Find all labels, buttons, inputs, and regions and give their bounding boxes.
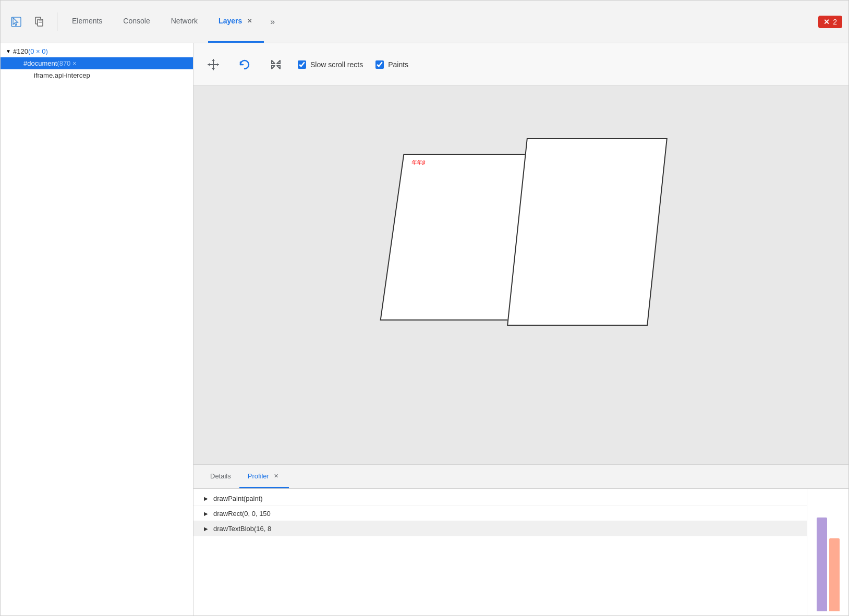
tree-item-iframe[interactable]: iframe.api-intercep	[1, 69, 193, 81]
error-badge[interactable]: ✕ 2	[818, 16, 842, 28]
bottom-panel: Details Profiler ✕ ▶ drawPaint(paint)	[193, 464, 848, 615]
tab-details[interactable]: Details	[202, 465, 239, 488]
tree-toggle-root[interactable]: ▼	[5, 48, 12, 55]
canvas-area[interactable]: 年年@	[193, 86, 848, 464]
slow-scroll-rects-label: Slow scroll rects	[310, 60, 363, 69]
tabs-container: Elements Console Network Layers ✕ »	[62, 1, 281, 43]
profiler-toggle-drawRect[interactable]: ▶	[202, 509, 210, 518]
devtools-window: Elements Console Network Layers ✕ » ✕ 2	[0, 0, 849, 616]
main-content: ▼ #120 (0 × 0) #document (870 × iframe.	[1, 43, 848, 615]
rotate-icon[interactable]	[235, 55, 254, 74]
profiler-toggle-drawTextBlob[interactable]: ▶	[202, 524, 210, 533]
profiler-content: ▶ drawPaint(paint) ▶ drawRect(0, 0, 150 …	[193, 489, 848, 615]
tab-layers[interactable]: Layers ✕	[208, 1, 264, 43]
paints-label: Paints	[388, 60, 408, 69]
toolbar: Elements Console Network Layers ✕ » ✕ 2	[1, 1, 848, 43]
chart-bar-orange	[829, 538, 840, 611]
slow-scroll-rects-checkbox[interactable]	[298, 60, 306, 69]
profiler-toggle-drawPaint[interactable]: ▶	[202, 494, 210, 502]
tree-label-document: #document	[23, 59, 57, 67]
tree-label-iframe: iframe.api-intercep	[34, 71, 90, 79]
tab-profiler[interactable]: Profiler ✕	[239, 465, 289, 488]
tree-item-document[interactable]: #document (870 ×	[1, 57, 193, 69]
tab-layers-close[interactable]: ✕	[245, 17, 253, 25]
layer-visualization: 年年@	[413, 138, 673, 357]
chart-bar-purple	[817, 518, 827, 611]
slow-scroll-rects-group: Slow scroll rects	[298, 60, 363, 69]
profiler-item-drawTextBlob[interactable]: ▶ drawTextBlob(16, 8	[193, 521, 807, 536]
toolbar-icons	[7, 13, 57, 31]
sub-toolbar: Slow scroll rects Paints	[193, 43, 848, 86]
profiler-item-drawPaint[interactable]: ▶ drawPaint(paint)	[193, 491, 807, 506]
layers-panel: ▼ #120 (0 × 0) #document (870 × iframe.	[1, 43, 193, 615]
tab-elements[interactable]: Elements	[62, 1, 113, 43]
tree-item-root[interactable]: ▼ #120 (0 × 0)	[1, 45, 193, 57]
layer-front	[507, 138, 668, 326]
layers-tree: ▼ #120 (0 × 0) #document (870 × iframe.	[1, 43, 193, 615]
error-count: 2	[833, 18, 837, 26]
cursor-icon[interactable]	[7, 13, 26, 31]
tree-dims-root: (0 × 0)	[28, 47, 48, 55]
tree-label-root: #120	[13, 47, 28, 55]
right-panel: Slow scroll rects Paints 年年@	[193, 43, 848, 615]
profiler-list: ▶ drawPaint(paint) ▶ drawRect(0, 0, 150 …	[193, 489, 807, 615]
bottom-tabs: Details Profiler ✕	[193, 465, 848, 489]
layer-back-label: 年年@	[411, 159, 426, 166]
tree-toggle-document[interactable]	[15, 60, 22, 67]
error-x-icon: ✕	[823, 18, 830, 26]
tab-profiler-close[interactable]: ✕	[272, 472, 281, 480]
paints-checkbox[interactable]	[375, 60, 384, 69]
more-tabs-button[interactable]: »	[264, 1, 281, 43]
profiler-item-drawRect[interactable]: ▶ drawRect(0, 0, 150	[193, 506, 807, 521]
document-icon[interactable]	[30, 13, 48, 31]
profiler-chart	[807, 489, 848, 615]
reset-icon[interactable]	[266, 55, 285, 74]
tab-console[interactable]: Console	[113, 1, 160, 43]
paints-group: Paints	[375, 60, 408, 69]
pan-icon[interactable]	[204, 55, 223, 74]
tree-toggle-iframe[interactable]	[26, 72, 33, 79]
tree-dims-document: (870 ×	[57, 59, 76, 67]
tab-network[interactable]: Network	[161, 1, 208, 43]
